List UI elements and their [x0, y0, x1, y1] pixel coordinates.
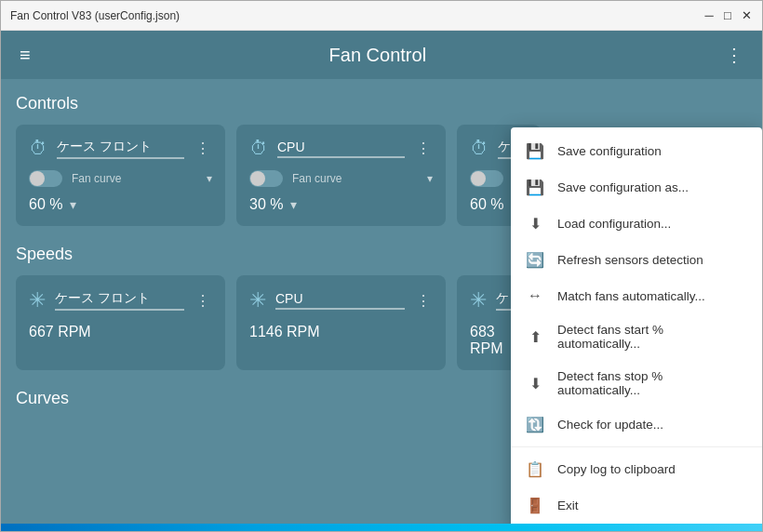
fan-icon-2: ✳ [470, 288, 487, 313]
detect-stop-icon: ⬇ [526, 375, 544, 392]
menu-item-save-config[interactable]: 💾 Save configuration [511, 133, 762, 169]
app-header: ≡ Fan Control ⋮ [1, 31, 762, 79]
context-menu: 💾 Save configuration 💾 Save configuratio… [511, 127, 762, 524]
menu-item-load-config[interactable]: ⬇ Load configuration... [511, 206, 762, 242]
rpm-value-1: 1146 RPM [249, 324, 433, 340]
dropdown-arrow-1[interactable]: ▾ [427, 172, 433, 185]
card-title-1: CPU [277, 140, 405, 158]
fan-curve-row-1: Fan curve ▾ [249, 170, 433, 187]
minimize-button[interactable]: ─ [703, 9, 716, 22]
menu-item-detect-start[interactable]: ⬆ Detect fans start % automatically... [511, 313, 762, 360]
main-content: Controls ⏱ ケース フロント ⋮ Fan curve ▾ 60 % [1, 79, 762, 524]
load-icon: ⬇ [526, 215, 544, 233]
menu-item-match-fans-label: Match fans automatically... [557, 289, 705, 303]
menu-divider [511, 446, 762, 447]
window-title: Fan Control V83 (userConfig.json) [10, 9, 703, 22]
maximize-button[interactable]: □ [721, 9, 734, 22]
fan-curve-label-0: Fan curve [72, 172, 197, 185]
speedometer-icon-1: ⏱ [249, 138, 268, 159]
toggle-knob-2 [471, 171, 486, 186]
menu-item-exit[interactable]: 🚪 Exit [511, 487, 762, 524]
percent-value-1: 30 % [249, 196, 283, 213]
save-as-icon: 💾 [526, 179, 544, 196]
toggle-1[interactable] [249, 170, 283, 187]
menu-item-detect-stop[interactable]: ⬇ Detect fans stop % automatically... [511, 360, 762, 406]
clipboard-icon: 📋 [526, 460, 544, 478]
detect-start-icon: ⬆ [526, 328, 544, 346]
speed-card-title-1: CPU [275, 291, 405, 310]
percent-expand-0[interactable]: ▾ [70, 197, 76, 212]
menu-item-refresh-sensors[interactable]: 🔄 Refresh sensors detection [511, 242, 762, 278]
fan-curve-label-1: Fan curve [292, 172, 418, 185]
menu-item-check-update[interactable]: 🔃 Check for update... [511, 406, 762, 443]
percent-value-2: 60 % [470, 196, 503, 213]
fan-icon-1: ✳ [249, 288, 266, 313]
title-bar: Fan Control V83 (userConfig.json) ─ □ ✕ [1, 1, 762, 31]
toggle-2[interactable] [470, 170, 503, 187]
percent-value-0: 60 % [29, 196, 62, 213]
exit-icon: 🚪 [526, 497, 544, 514]
bottom-strip [1, 524, 762, 531]
toggle-knob-1 [250, 171, 265, 186]
menu-item-detect-stop-label: Detect fans stop % automatically... [557, 369, 747, 397]
speed-card-header-1: ✳ CPU ⋮ [249, 288, 433, 313]
app-title: Fan Control [34, 45, 721, 66]
match-icon: ↔ [526, 287, 544, 304]
card-menu-button-0[interactable]: ⋮ [194, 138, 212, 159]
controls-section-title: Controls [16, 94, 747, 113]
card-header-0: ⏱ ケース フロント ⋮ [29, 138, 212, 159]
toggle-0[interactable] [29, 170, 62, 187]
menu-item-save-config-as-label: Save configuration as... [557, 180, 689, 194]
control-card-0: ⏱ ケース フロント ⋮ Fan curve ▾ 60 % ▾ [16, 125, 225, 226]
close-button[interactable]: ✕ [740, 9, 753, 22]
save-icon: 💾 [526, 142, 544, 160]
percent-expand-1[interactable]: ▾ [290, 197, 297, 212]
menu-item-load-config-label: Load configuration... [557, 217, 671, 231]
refresh-icon: 🔄 [526, 251, 544, 269]
menu-item-refresh-sensors-label: Refresh sensors detection [557, 253, 703, 267]
more-button[interactable]: ⋮ [721, 42, 747, 68]
speed-card-1: ✳ CPU ⋮ 1146 RPM [236, 275, 446, 370]
percent-row-0: 60 % ▾ [29, 196, 212, 213]
speed-card-title-0: ケース フロント [55, 290, 184, 311]
speedometer-icon-0: ⏱ [29, 138, 47, 159]
menu-item-match-fans[interactable]: ↔ Match fans automatically... [511, 278, 762, 313]
card-title-0: ケース フロント [57, 139, 184, 159]
menu-item-exit-label: Exit [557, 499, 579, 512]
main-window: Fan Control V83 (userConfig.json) ─ □ ✕ … [0, 0, 763, 532]
rpm-value-0: 667 RPM [29, 324, 212, 340]
card-menu-button-1[interactable]: ⋮ [414, 138, 433, 159]
menu-item-copy-log-label: Copy log to clipboard [557, 462, 676, 476]
speedometer-icon-2: ⏱ [470, 138, 489, 159]
fan-icon-0: ✳ [29, 288, 46, 313]
menu-item-check-update-label: Check for update... [557, 418, 663, 432]
speed-card-header-0: ✳ ケース フロント ⋮ [29, 288, 212, 313]
toggle-knob-0 [30, 171, 45, 186]
fan-curve-row-0: Fan curve ▾ [29, 170, 212, 187]
window-controls: ─ □ ✕ [703, 9, 753, 22]
menu-item-save-config-label: Save configuration [557, 144, 662, 158]
card-header-1: ⏱ CPU ⋮ [249, 138, 433, 159]
speed-card-menu-button-0[interactable]: ⋮ [194, 290, 212, 312]
menu-item-detect-start-label: Detect fans start % automatically... [557, 323, 747, 351]
menu-item-save-config-as[interactable]: 💾 Save configuration as... [511, 169, 762, 206]
speed-card-0: ✳ ケース フロント ⋮ 667 RPM [16, 275, 225, 370]
update-icon: 🔃 [526, 416, 544, 433]
speed-card-menu-button-1[interactable]: ⋮ [414, 290, 433, 312]
menu-item-copy-log[interactable]: 📋 Copy log to clipboard [511, 451, 762, 487]
dropdown-arrow-0[interactable]: ▾ [207, 172, 212, 185]
percent-row-1: 30 % ▾ [249, 196, 433, 213]
hamburger-button[interactable]: ≡ [16, 42, 34, 68]
control-card-1: ⏱ CPU ⋮ Fan curve ▾ 30 % ▾ [236, 125, 446, 226]
